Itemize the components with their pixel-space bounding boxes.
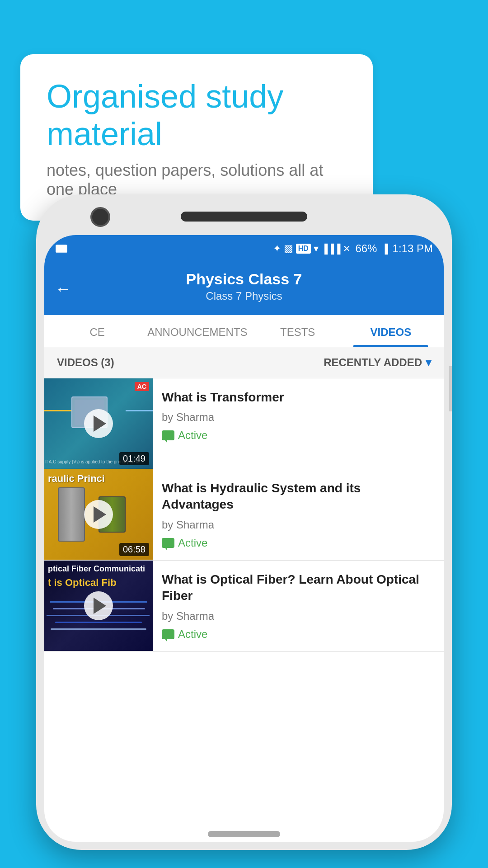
status-icons: ✦ ▩ HD ▾ ▐▐▐ ✕ xyxy=(273,243,351,255)
optical-text-2: t is Optical Fib xyxy=(48,577,117,589)
battery-icon: ▐ xyxy=(381,244,388,254)
video-thumbnail-1: AC If A.C supply (V₁) is applied to the … xyxy=(44,378,153,469)
header-title: Physics Class 7 xyxy=(58,270,430,288)
battery-percent: 66% xyxy=(355,242,377,255)
chevron-down-icon: ▾ xyxy=(426,356,431,369)
back-button[interactable]: ← xyxy=(55,279,71,298)
status-bar-left xyxy=(55,242,68,255)
video-item-hydraulic[interactable]: raulic Princi 06:58 What is Hydraulic Sy… xyxy=(44,469,444,561)
video-duration-2: 06:58 xyxy=(119,543,149,556)
signal-icon: ▐▐▐ xyxy=(321,244,341,254)
ac-badge: AC xyxy=(135,382,149,391)
videos-count-label: VIDEOS (3) xyxy=(57,356,114,369)
sort-dropdown[interactable]: RECENTLY ADDED ▾ xyxy=(324,356,431,369)
video-author-1: by Sharma xyxy=(162,411,435,424)
video-author-3: by Sharma xyxy=(162,610,435,623)
active-badge-3: Active xyxy=(162,628,435,641)
video-info-3: What is Optical Fiber? Learn About Optic… xyxy=(153,561,444,651)
video-info-1: What is Transformer by Sharma Active xyxy=(153,378,444,469)
no-sim-icon: ✕ xyxy=(343,243,351,254)
tab-videos[interactable]: VIDEOS xyxy=(344,315,437,347)
phone-screen: ✦ ▩ HD ▾ ▐▐▐ ✕ 66% ▐ 1:13 PM ← xyxy=(44,235,444,842)
time-display: 1:13 PM xyxy=(393,242,433,255)
play-button-3[interactable] xyxy=(84,591,113,620)
video-list: AC If A.C supply (V₁) is applied to the … xyxy=(44,378,444,652)
wire-right xyxy=(126,410,153,411)
phone-frame: ✦ ▩ HD ▾ ▐▐▐ ✕ 66% ▐ 1:13 PM ← xyxy=(36,194,452,850)
camera-lens xyxy=(90,207,110,227)
app-header: ← Physics Class 7 Class 7 Physics xyxy=(44,262,444,315)
tab-tests[interactable]: TESTS xyxy=(251,315,344,347)
speech-bubble-title: Organised study material xyxy=(47,78,347,153)
active-label-2: Active xyxy=(178,537,207,549)
hydr-pipe-1 xyxy=(58,487,85,542)
video-duration-1: 01:49 xyxy=(119,452,149,465)
status-bar-right: ✦ ▩ HD ▾ ▐▐▐ ✕ 66% ▐ 1:13 PM xyxy=(273,242,433,255)
chat-icon-1 xyxy=(162,430,174,440)
hd-badge: HD xyxy=(296,244,311,254)
notification-icon xyxy=(55,242,68,255)
chat-icon-2 xyxy=(162,538,174,548)
play-icon-2 xyxy=(94,506,106,523)
active-badge-1: Active xyxy=(162,429,435,442)
vibrate-icon: ▩ xyxy=(284,243,293,255)
phone-speaker xyxy=(181,212,307,222)
active-label-3: Active xyxy=(178,628,207,641)
side-button xyxy=(449,366,452,411)
hydraulic-text: raulic Princi xyxy=(48,473,105,485)
play-button-1[interactable] xyxy=(84,409,113,438)
play-icon-1 xyxy=(94,415,106,432)
filter-bar: VIDEOS (3) RECENTLY ADDED ▾ xyxy=(44,347,444,378)
wifi-icon: ▾ xyxy=(314,243,319,255)
active-badge-2: Active xyxy=(162,537,435,549)
tab-announcements[interactable]: ANNOUNCEMENTS xyxy=(144,315,251,347)
tab-ce[interactable]: CE xyxy=(51,315,144,347)
video-info-2: What is Hydraulic System and its Advanta… xyxy=(153,469,444,560)
video-title-1: What is Transformer xyxy=(162,389,435,406)
speech-bubble-subtitle: notes, question papers, solutions all at… xyxy=(47,161,347,199)
status-bar: ✦ ▩ HD ▾ ▐▐▐ ✕ 66% ▐ 1:13 PM xyxy=(44,235,444,262)
video-author-2: by Sharma xyxy=(162,519,435,531)
video-item-optical[interactable]: ptical Fiber Communicati t is Optical Fi… xyxy=(44,561,444,652)
tab-bar: CE ANNOUNCEMENTS TESTS VIDEOS xyxy=(44,315,444,347)
play-button-2[interactable] xyxy=(84,500,113,529)
sort-label: RECENTLY ADDED xyxy=(324,356,422,369)
video-thumbnail-3: ptical Fiber Communicati t is Optical Fi… xyxy=(44,561,153,651)
video-item-transformer[interactable]: AC If A.C supply (V₁) is applied to the … xyxy=(44,378,444,469)
home-bar xyxy=(208,831,280,837)
optical-text-1: ptical Fiber Communicati xyxy=(48,564,145,574)
wire-left xyxy=(44,410,71,411)
bluetooth-icon: ✦ xyxy=(273,243,281,255)
active-label-1: Active xyxy=(178,429,207,442)
header-breadcrumb: Class 7 Physics xyxy=(58,290,430,302)
video-title-2: What is Hydraulic System and its Advanta… xyxy=(162,480,435,513)
video-title-3: What is Optical Fiber? Learn About Optic… xyxy=(162,571,435,604)
video-thumbnail-2: raulic Princi 06:58 xyxy=(44,469,153,560)
chat-icon-3 xyxy=(162,629,174,639)
play-icon-3 xyxy=(94,598,106,614)
